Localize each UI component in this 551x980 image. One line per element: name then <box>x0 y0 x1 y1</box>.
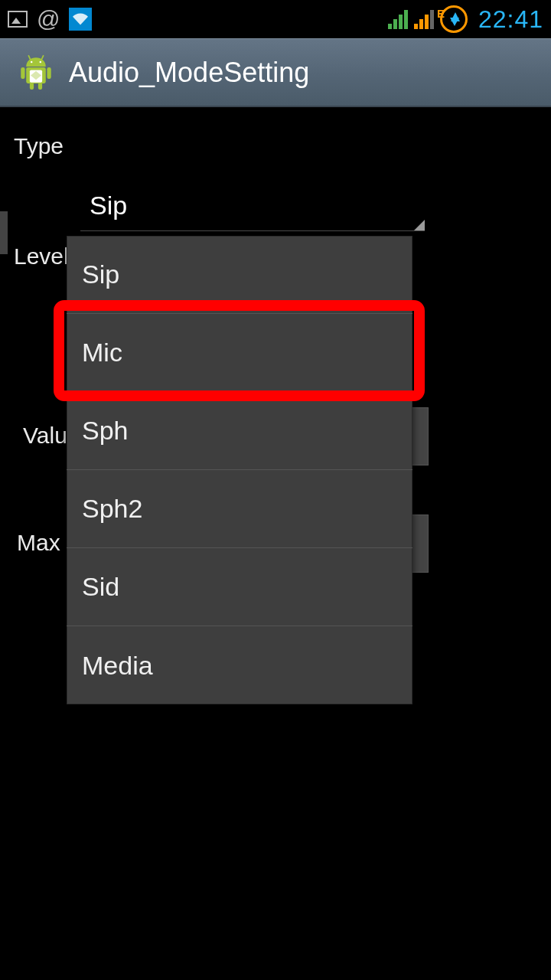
dropdown-option-media[interactable]: Media <box>67 626 412 704</box>
dropdown-option-mic[interactable]: Mic <box>67 314 412 392</box>
svg-rect-2 <box>47 67 51 79</box>
dropdown-option-sph2[interactable]: Sph2 <box>67 470 412 548</box>
svg-rect-4 <box>38 82 42 89</box>
svg-point-9 <box>40 60 42 63</box>
svg-point-8 <box>31 60 33 63</box>
dropdown-option-label: Sph2 <box>82 494 142 524</box>
type-label: Type <box>14 133 537 159</box>
dropdown-option-label: Sid <box>82 572 119 602</box>
signal-1-icon <box>388 9 408 29</box>
dropdown-option-label: Sip <box>82 260 119 289</box>
dropdown-option-label: Media <box>82 651 153 681</box>
wifi-icon <box>69 8 92 31</box>
dropdown-option-label: Sph <box>82 416 129 446</box>
status-clock: 22:41 <box>478 5 543 34</box>
signal-2-icon <box>414 9 434 29</box>
svg-rect-3 <box>30 82 34 89</box>
spinner-value: Sip <box>90 191 127 220</box>
gallery-icon <box>8 11 28 28</box>
type-spinner[interactable]: Sip <box>80 181 425 231</box>
status-bar: @ E 22:41 <box>0 0 551 38</box>
level-field-edge[interactable] <box>0 211 8 254</box>
android-icon <box>14 51 58 95</box>
level-label: Level <box>14 243 69 270</box>
type-dropdown: Sip Mic Sph Sph2 Sid Media <box>67 236 412 704</box>
battery-charging-icon <box>440 5 468 33</box>
at-icon: @ <box>37 6 60 32</box>
svg-rect-6 <box>41 54 44 60</box>
svg-rect-5 <box>28 54 31 60</box>
svg-rect-1 <box>21 67 24 79</box>
dropdown-option-sip[interactable]: Sip <box>67 236 412 314</box>
dropdown-option-sph[interactable]: Sph <box>67 392 412 470</box>
dropdown-option-sid[interactable]: Sid <box>67 548 412 626</box>
dropdown-option-label: Mic <box>82 338 122 368</box>
app-title: Audio_ModeSetting <box>69 57 309 89</box>
app-bar: Audio_ModeSetting <box>0 38 551 107</box>
